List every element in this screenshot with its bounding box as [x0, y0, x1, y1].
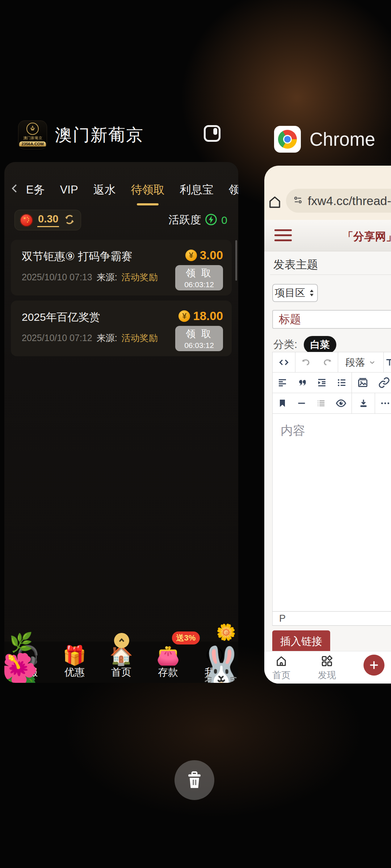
scrollbar[interactable]: [235, 240, 237, 281]
reward-item[interactable]: 2025年百亿奖赏 ¥ 18.00 2025/10/10 07:12 来源: 活…: [11, 301, 232, 356]
more-options-icon[interactable]: [375, 393, 391, 414]
content-editor[interactable]: 内容: [272, 414, 391, 611]
clear-all-trash-button[interactable]: [175, 760, 214, 800]
reward-item[interactable]: 双节钜惠⑨ 打码争霸赛 ¥ 3.00 2025/10/10 07:13 来源: …: [11, 240, 232, 295]
editor-path-bar: P: [272, 611, 391, 626]
tab-bar: E务 VIP 返水 待领取 利息宝 领取记录: [4, 162, 238, 197]
lotus-emblem-icon: [26, 123, 39, 135]
category-row: 分类: 白菜: [273, 336, 336, 353]
home-outline-icon: [274, 654, 288, 668]
tab-rebate[interactable]: 返水: [93, 182, 116, 197]
right-app-title: Chrome: [310, 129, 375, 150]
reward-source-label: 来源:: [97, 271, 117, 283]
new-post-button[interactable]: [363, 655, 384, 676]
url-bar[interactable]: fxw4.cc/thread-create: [286, 189, 391, 213]
insert-image-icon[interactable]: [357, 377, 369, 388]
claim-label: 领 取: [186, 267, 213, 280]
chrome-app-icon[interactable]: [274, 126, 301, 153]
wallet-icon: 👛: [156, 645, 180, 665]
claim-button[interactable]: 领 取 06:03:12: [175, 326, 223, 351]
paragraph-label: 段落: [346, 356, 365, 369]
title-input[interactable]: [272, 310, 391, 329]
text-format-button[interactable]: [384, 352, 391, 373]
recent-app-card-chrome[interactable]: fxw4.cc/thread-create 「分享网」项 发表主题 项目区 分类…: [264, 166, 391, 684]
form-title: 发表主题: [273, 257, 318, 272]
balance-pill[interactable]: 0.30: [14, 210, 81, 230]
plus-icon: [368, 659, 380, 671]
download-icon[interactable]: [352, 393, 375, 414]
claim-button[interactable]: 领 取 06:03:12: [175, 265, 223, 290]
left-app-title: 澳门新葡京: [55, 124, 144, 146]
toc-list-icon[interactable]: [316, 398, 326, 408]
headset-icon: 🎧: [16, 645, 39, 665]
app-icon-domain: 2356A.COM: [19, 141, 46, 146]
content-placeholder: 内容: [281, 422, 305, 439]
heart-eyes-icon: 😍: [205, 645, 224, 665]
activity-lightning-icon: [205, 213, 218, 227]
nav-item-home[interactable]: 🏠 首页: [98, 645, 144, 679]
tab-interest[interactable]: 利息宝: [180, 182, 214, 197]
balance-row: 0.30 活跃度 0: [4, 197, 238, 230]
tab-task[interactable]: E务: [26, 182, 45, 197]
left-app-icon[interactable]: 澳门新葡京 2356A.COM: [18, 120, 47, 149]
claim-label: 领 取: [186, 327, 213, 340]
align-left-icon[interactable]: [277, 377, 288, 388]
undo-icon[interactable]: [300, 357, 311, 368]
code-view-button[interactable]: [272, 352, 295, 373]
house-icon: 🏠: [110, 645, 133, 665]
tab-pending-claims[interactable]: 待领取: [131, 182, 165, 197]
balance-amount: 0.30: [37, 213, 59, 227]
coin-icon: ¥: [185, 250, 197, 261]
forum-header: 「分享网」项: [264, 220, 391, 251]
nav-label: 我的: [205, 665, 225, 679]
nav-item-discover[interactable]: 发现: [309, 654, 345, 681]
redo-icon[interactable]: [322, 357, 333, 368]
insert-link-icon[interactable]: [378, 377, 390, 388]
category-badge[interactable]: 白菜: [304, 336, 336, 353]
reward-title: 2025年百亿奖赏: [22, 310, 100, 325]
bookmark-icon[interactable]: [277, 398, 287, 408]
refresh-icon[interactable]: [63, 213, 76, 227]
nav-item-promos[interactable]: 🎁 优惠: [51, 645, 98, 679]
tab-vip[interactable]: VIP: [60, 183, 78, 196]
chrome-logo-icon: [278, 130, 297, 149]
menu-icon[interactable]: [274, 229, 292, 241]
insert-link-button[interactable]: 插入链接: [272, 630, 330, 653]
back-chevron-icon[interactable]: [9, 182, 20, 197]
bullet-list-icon[interactable]: [336, 377, 347, 388]
nav-item-forum-home[interactable]: 首页: [264, 654, 299, 681]
preview-eye-icon[interactable]: [335, 397, 347, 409]
deposit-bonus-badge: 送3%: [172, 631, 200, 644]
indent-icon[interactable]: [316, 377, 327, 388]
reward-list: 双节钜惠⑨ 打码争霸赛 ¥ 3.00 2025/10/10 07:13 来源: …: [4, 240, 238, 356]
collapse-chevron-button[interactable]: [114, 633, 129, 648]
nav-item-deposit[interactable]: 送3% 👛 存款: [145, 645, 192, 679]
site-settings-icon[interactable]: [293, 195, 303, 207]
split-screen-icon[interactable]: [202, 123, 222, 145]
activity-label: 活跃度: [168, 213, 201, 227]
recent-app-card-casino[interactable]: E务 VIP 返水 待领取 利息宝 领取记录 0.30: [4, 162, 238, 683]
nav-label: 发现: [318, 669, 336, 681]
activity-indicator: 活跃度 0: [168, 213, 227, 227]
coin-icon: ¥: [178, 310, 190, 322]
site-title: 「分享网」项: [342, 229, 391, 244]
forum-select-value: 项目区: [275, 286, 305, 300]
tab-claim-history[interactable]: 领取记录: [229, 182, 238, 197]
url-text: fxw4.cc/thread-create: [308, 194, 391, 208]
reward-title: 双节钜惠⑨ 打码争霸赛: [22, 249, 132, 264]
nav-item-mine[interactable]: 😍 我的: [192, 645, 238, 679]
right-app-header: Chrome: [274, 126, 375, 153]
flower-decoration: 🌼: [216, 624, 236, 640]
nav-label: 存款: [158, 665, 178, 679]
blockquote-icon[interactable]: [297, 377, 308, 388]
reward-amount: ¥ 3.00: [185, 248, 223, 262]
discover-grid-icon: [320, 654, 334, 668]
forum-select[interactable]: 项目区: [272, 284, 318, 302]
nav-item-support[interactable]: 🎧 客服: [4, 645, 51, 679]
home-icon[interactable]: [267, 195, 282, 211]
paragraph-style-select[interactable]: 段落: [338, 352, 384, 373]
reward-amount-value: 18.00: [193, 309, 223, 323]
horizontal-rule-icon[interactable]: [297, 398, 307, 408]
nav-label: 优惠: [64, 665, 85, 679]
chevron-down-icon: [368, 358, 376, 366]
